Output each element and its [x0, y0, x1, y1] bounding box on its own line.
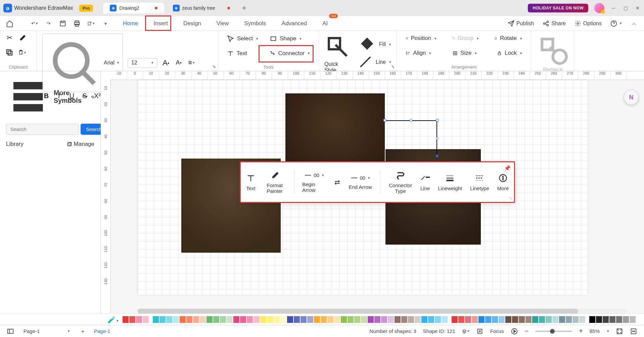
- color-swatch[interactable]: [603, 316, 609, 323]
- color-swatch[interactable]: [327, 316, 333, 323]
- color-swatch[interactable]: [525, 316, 532, 323]
- paste-button[interactable]: ▾: [18, 48, 26, 56]
- redo-button[interactable]: ↷: [45, 20, 52, 27]
- color-swatch[interactable]: [401, 316, 407, 323]
- menu-tab-home[interactable]: Home: [122, 18, 139, 29]
- superscript-button[interactable]: X²: [93, 92, 101, 100]
- pin-toolbar-button[interactable]: 📌: [504, 165, 511, 171]
- color-swatch[interactable]: [559, 316, 565, 323]
- color-swatch[interactable]: [435, 316, 441, 323]
- document-tab-zeus[interactable]: ə zeus family tree: [166, 3, 237, 13]
- color-swatch[interactable]: [596, 316, 602, 323]
- color-swatch[interactable]: [220, 316, 226, 323]
- color-swatch[interactable]: [388, 316, 394, 323]
- color-swatch[interactable]: [499, 316, 505, 323]
- text-tool-button[interactable]: Text: [224, 49, 250, 58]
- fill-bucket-icon[interactable]: 🧪▾: [107, 315, 119, 324]
- focus-mode-button[interactable]: [476, 328, 484, 335]
- color-swatch[interactable]: [374, 316, 380, 323]
- color-swatch[interactable]: [159, 316, 166, 323]
- color-swatch[interactable]: [579, 316, 585, 323]
- ft-end-arrow-select[interactable]: 00▾ End Arrow: [349, 174, 372, 190]
- presentation-button[interactable]: [511, 328, 518, 335]
- color-swatch[interactable]: [200, 316, 206, 323]
- manage-library-button[interactable]: Manage: [67, 141, 94, 148]
- color-swatch[interactable]: [274, 316, 280, 323]
- select-tool-button[interactable]: Select▾: [224, 34, 262, 44]
- color-swatch[interactable]: [348, 316, 354, 323]
- color-swatch[interactable]: [247, 316, 253, 323]
- fit-page-button[interactable]: [616, 328, 623, 335]
- color-swatch[interactable]: [552, 316, 558, 323]
- color-swatch[interactable]: [512, 316, 518, 323]
- horizontal-scrollbar[interactable]: [138, 309, 627, 313]
- cut-button[interactable]: ✂: [5, 34, 13, 42]
- color-swatch[interactable]: [173, 316, 179, 323]
- zoom-in-button[interactable]: +: [579, 327, 583, 335]
- fit-width-button[interactable]: [630, 328, 637, 335]
- color-swatch[interactable]: [532, 316, 538, 323]
- menu-tab-design[interactable]: Design: [183, 18, 202, 29]
- color-swatch[interactable]: [307, 316, 313, 323]
- styles-expand-icon[interactable]: ⬊: [391, 64, 395, 69]
- menu-tab-insert[interactable]: Insert: [153, 18, 169, 29]
- options-button[interactable]: Options: [574, 20, 602, 27]
- increase-font-button[interactable]: A▴: [162, 59, 170, 67]
- color-swatch[interactable]: [129, 316, 135, 323]
- maximize-button[interactable]: ▢: [623, 5, 629, 11]
- color-swatch[interactable]: [334, 316, 340, 323]
- color-swatch[interactable]: [314, 316, 320, 323]
- color-swatch[interactable]: [301, 316, 307, 323]
- color-swatch[interactable]: [408, 316, 414, 323]
- color-swatch[interactable]: [287, 316, 293, 323]
- connector-tool-button[interactable]: Connector▾: [266, 49, 313, 58]
- page-tab-button[interactable]: Page-1: [94, 328, 110, 334]
- color-swatch[interactable]: [136, 316, 142, 323]
- rotate-button[interactable]: Rotate▾: [491, 34, 525, 43]
- menu-tab-ai[interactable]: AIhot: [322, 18, 328, 29]
- share-button[interactable]: Share: [543, 20, 566, 27]
- color-swatch[interactable]: [123, 316, 129, 323]
- layers-button[interactable]: ▾: [462, 328, 469, 335]
- ft-more-button[interactable]: More: [497, 173, 509, 191]
- color-swatch[interactable]: [505, 316, 511, 323]
- align-button[interactable]: ≡▾: [187, 59, 195, 67]
- color-swatch[interactable]: [442, 316, 448, 323]
- close-button[interactable]: ✕: [635, 5, 641, 11]
- color-swatch[interactable]: [321, 316, 327, 323]
- color-swatch[interactable]: [233, 316, 239, 323]
- color-swatch[interactable]: [616, 316, 622, 323]
- position-button[interactable]: Position▾: [402, 34, 440, 43]
- color-swatch[interactable]: [589, 316, 595, 323]
- panel-toggle-button[interactable]: [7, 328, 14, 335]
- italic-button[interactable]: I: [55, 92, 63, 100]
- color-swatch[interactable]: [519, 316, 525, 323]
- collapse-ribbon-button[interactable]: ︿: [631, 20, 638, 27]
- font-expand-icon[interactable]: ⬊: [213, 64, 216, 69]
- color-swatch[interactable]: [539, 316, 545, 323]
- shape-tool-button[interactable]: Shape▾: [266, 34, 305, 44]
- symbol-search-input[interactable]: [6, 124, 79, 135]
- color-swatch[interactable]: [153, 316, 159, 323]
- ft-lineweight-button[interactable]: Lineweight: [438, 173, 462, 191]
- color-swatch[interactable]: [630, 316, 636, 323]
- export-button[interactable]: ▾: [87, 20, 95, 27]
- color-swatch[interactable]: [485, 316, 491, 323]
- color-swatch[interactable]: [472, 316, 478, 323]
- color-swatch[interactable]: [206, 316, 213, 323]
- ai-assistant-button[interactable]: N: [624, 90, 639, 105]
- decrease-font-button[interactable]: A▾: [175, 59, 183, 67]
- color-swatch[interactable]: [260, 316, 266, 323]
- format-painter-button[interactable]: [18, 34, 26, 42]
- color-swatch[interactable]: [415, 316, 421, 323]
- publish-button[interactable]: Publish: [508, 20, 534, 27]
- color-swatch[interactable]: [421, 316, 427, 323]
- ft-linetype-button[interactable]: Linetype: [470, 173, 489, 191]
- color-swatch[interactable]: [572, 316, 579, 323]
- color-swatch[interactable]: [294, 316, 300, 323]
- color-swatch[interactable]: [478, 316, 485, 323]
- color-swatch[interactable]: [186, 316, 192, 323]
- ft-text-button[interactable]: Text: [246, 173, 256, 191]
- color-swatch[interactable]: [395, 316, 401, 323]
- ft-begin-arrow-select[interactable]: 00▾ Begin Arrow: [302, 172, 326, 193]
